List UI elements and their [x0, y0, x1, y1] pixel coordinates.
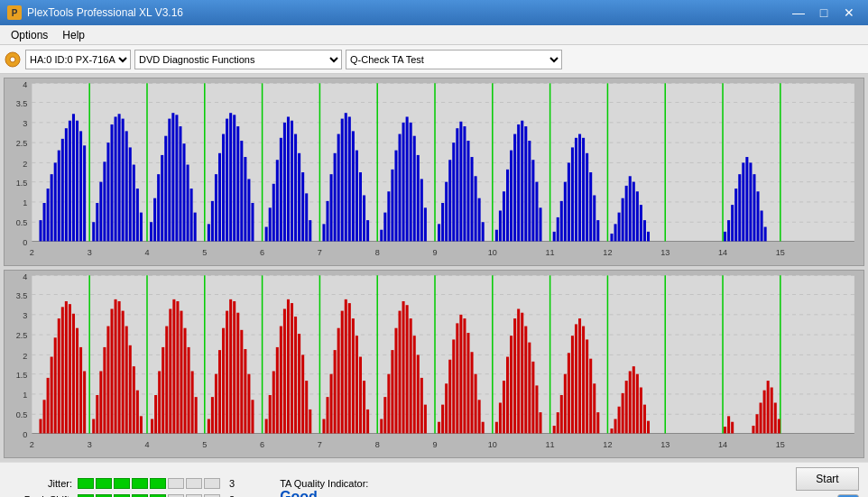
svg-rect-333 — [394, 328, 397, 434]
menu-options[interactable]: Options — [4, 27, 55, 43]
svg-rect-327 — [363, 381, 365, 433]
svg-rect-255 — [58, 318, 60, 433]
quality-value: Good — [280, 489, 318, 497]
svg-rect-164 — [531, 160, 534, 241]
drive-select[interactable]: HA:0 ID:0 PX-716A — [25, 50, 131, 69]
svg-rect-260 — [76, 328, 78, 434]
svg-rect-91 — [215, 174, 217, 241]
svg-rect-93 — [222, 134, 225, 242]
svg-text:4: 4 — [23, 272, 27, 281]
svg-rect-340 — [420, 378, 423, 434]
svg-rect-316 — [322, 419, 325, 434]
close-button[interactable]: ✕ — [837, 4, 861, 22]
svg-rect-156 — [503, 191, 505, 241]
svg-rect-126 — [363, 196, 365, 242]
svg-rect-77 — [153, 198, 156, 242]
svg-rect-192 — [727, 220, 730, 241]
svg-rect-264 — [96, 395, 98, 433]
menu-bar: Options Help — [0, 25, 868, 45]
svg-text:5: 5 — [202, 248, 207, 257]
minimize-button[interactable]: — — [787, 4, 810, 22]
svg-text:2: 2 — [23, 351, 27, 360]
charts-area: 4 3.5 3 2.5 2 1.5 1 0.5 0 2 3 4 5 6 7 8 … — [0, 74, 868, 462]
svg-rect-134 — [402, 123, 405, 242]
svg-rect-366 — [535, 385, 538, 433]
svg-text:3: 3 — [23, 311, 27, 320]
svg-rect-343 — [441, 405, 444, 434]
svg-rect-399 — [767, 381, 770, 433]
svg-rect-382 — [614, 419, 617, 434]
svg-rect-299 — [240, 330, 243, 434]
svg-rect-281 — [165, 327, 168, 434]
svg-rect-312 — [298, 334, 300, 433]
svg-rect-386 — [629, 371, 632, 433]
svg-rect-332 — [391, 350, 393, 433]
svg-rect-132 — [394, 151, 397, 242]
svg-text:2: 2 — [30, 440, 34, 449]
svg-rect-140 — [424, 207, 427, 241]
svg-rect-90 — [211, 201, 214, 242]
svg-rect-358 — [506, 357, 509, 434]
svg-text:12: 12 — [603, 440, 612, 449]
svg-rect-318 — [330, 374, 333, 434]
svg-text:7: 7 — [318, 440, 322, 449]
svg-rect-136 — [410, 123, 412, 242]
svg-rect-191 — [724, 232, 726, 242]
svg-rect-106 — [280, 138, 282, 242]
svg-rect-58 — [72, 114, 75, 241]
svg-text:5: 5 — [202, 440, 207, 449]
svg-rect-162 — [524, 126, 527, 241]
svg-rect-301 — [247, 374, 250, 434]
svg-rect-142 — [441, 203, 444, 241]
quality-label: TA Quality Indicator: — [280, 478, 368, 489]
svg-rect-289 — [195, 397, 198, 433]
svg-rect-359 — [510, 336, 512, 433]
svg-rect-147 — [459, 122, 462, 242]
svg-text:8: 8 — [375, 248, 380, 257]
svg-rect-271 — [122, 311, 125, 434]
svg-rect-392 — [724, 427, 726, 433]
svg-rect-293 — [218, 350, 221, 433]
svg-rect-141 — [438, 224, 440, 241]
svg-rect-353 — [478, 400, 481, 433]
start-button[interactable]: Start — [796, 467, 859, 491]
svg-rect-275 — [136, 391, 139, 434]
maximize-button[interactable]: □ — [812, 4, 836, 22]
svg-rect-107 — [283, 123, 286, 242]
svg-rect-112 — [301, 172, 304, 241]
svg-rect-124 — [356, 151, 358, 242]
title-bar-left: P PlexTools Professional XL V3.16 — [7, 5, 183, 20]
svg-rect-95 — [229, 113, 232, 241]
svg-rect-196 — [742, 162, 744, 241]
svg-rect-374 — [575, 324, 577, 433]
svg-rect-286 — [184, 328, 187, 434]
svg-rect-202 — [764, 227, 767, 242]
svg-rect-393 — [727, 416, 730, 433]
svg-rect-253 — [51, 357, 53, 434]
test-select[interactable]: Q-Check TA Test — [346, 50, 562, 69]
svg-rect-355 — [495, 422, 498, 434]
svg-rect-273 — [129, 345, 132, 434]
svg-rect-200 — [757, 191, 760, 241]
svg-text:10: 10 — [488, 440, 497, 449]
svg-text:3.5: 3.5 — [16, 291, 28, 300]
svg-rect-303 — [265, 419, 268, 434]
jitter-progress — [78, 478, 220, 489]
svg-rect-81 — [168, 119, 171, 242]
svg-rect-157 — [506, 170, 509, 242]
svg-rect-69 — [118, 114, 121, 241]
svg-rect-139 — [420, 179, 423, 241]
svg-rect-89 — [208, 224, 210, 241]
svg-rect-360 — [513, 318, 516, 433]
svg-rect-311 — [294, 317, 297, 434]
svg-rect-97 — [236, 126, 239, 241]
svg-rect-304 — [269, 395, 272, 433]
function-select[interactable]: DVD Diagnostic Functions — [134, 50, 342, 69]
svg-rect-274 — [133, 366, 135, 433]
svg-rect-144 — [448, 160, 451, 241]
svg-rect-282 — [169, 308, 171, 433]
jitter-seg-5 — [150, 478, 166, 489]
svg-rect-92 — [218, 153, 221, 242]
svg-rect-324 — [352, 318, 355, 433]
menu-help[interactable]: Help — [55, 27, 92, 43]
